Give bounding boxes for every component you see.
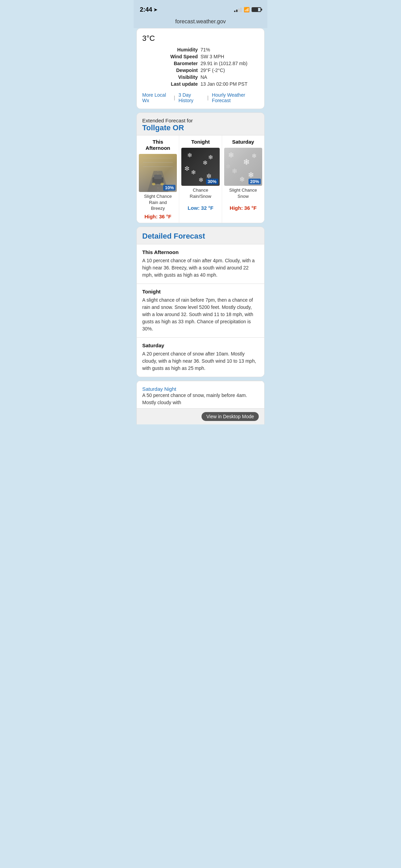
humidity-value: 71% [200, 46, 259, 53]
barometer-label: Barometer [142, 60, 200, 67]
saturday-period-desc: A 20 percent chance of snow after 10am. … [142, 350, 259, 372]
this-afternoon-period-desc: A 10 percent chance of rain after 4pm. C… [142, 257, 259, 279]
tonight-weather-image: ❄ ❄ ❄ ❄ ✼ ✼ ❄ 30% [181, 148, 219, 186]
barometer-value: 29.91 in (1012.87 mb) [200, 60, 259, 67]
view-desktop-mode-button[interactable]: View in Desktop Mode [202, 412, 259, 421]
visibility-label: Visibility [142, 74, 200, 81]
saturday-weather-image: ❄ ❄ ❄ ❄ ❄ ✼ ❄ 20% [224, 148, 262, 186]
saturday-period-label: Saturday [142, 342, 259, 348]
status-icons: 📶 [234, 7, 261, 12]
dewpoint-row: Dewpoint 29°F (-2°C) [142, 67, 259, 74]
signal-icon [234, 7, 242, 12]
saturday-night-desc: A 50 percent chance of snow, mainly befo… [142, 392, 259, 406]
forecast-afternoon: ThisAfternoon 1 [137, 135, 179, 223]
three-day-history-link[interactable]: 3 Day History [179, 92, 204, 103]
view-desktop-bar: View in Desktop Mode [137, 408, 264, 424]
this-afternoon-period-label: This Afternoon [142, 249, 259, 255]
last-update-label: Last update [142, 81, 200, 87]
detail-tonight: Tonight A slight chance of rain before 7… [137, 284, 264, 337]
detailed-forecast-card: Detailed Forecast This Afternoon A 10 pe… [136, 227, 265, 377]
last-update-row: Last update 13 Jan 02:00 PM PST [142, 81, 259, 87]
afternoon-condition: Slight ChanceRain andBreezy [139, 193, 177, 212]
tonight-period-desc: A slight chance of rain before 7pm, then… [142, 297, 259, 333]
forecast-saturday: Saturday ❄ ❄ ❄ ❄ ❄ ✼ ❄ 20% Slight Chance… [222, 135, 264, 223]
visibility-value: NA [200, 74, 259, 81]
detail-this-afternoon: This Afternoon A 10 percent chance of ra… [137, 244, 264, 284]
battery-icon [252, 7, 261, 12]
navigation-arrow-icon: ➤ [154, 7, 157, 12]
tonight-condition: ChanceRain/Snow [181, 187, 219, 203]
status-time: 2:44 ➤ [140, 6, 157, 13]
weather-details-table: Humidity 71% Wind Speed SW 3 MPH Baromet… [142, 46, 259, 87]
dewpoint-value: 29°F (-2°C) [200, 67, 259, 74]
tonight-period-label: Tonight [142, 289, 259, 294]
time-display: 2:44 [140, 6, 152, 13]
saturday-precip-badge: 20% [248, 179, 261, 184]
saturday-temp: High: 36 °F [224, 205, 262, 211]
tonight-label: Tonight [181, 139, 219, 145]
dewpoint-label: Dewpoint [142, 67, 200, 74]
afternoon-precip-badge: 10% [163, 185, 175, 191]
wifi-icon: 📶 [244, 7, 250, 12]
afternoon-label: ThisAfternoon [139, 139, 177, 151]
wind-speed-value: SW 3 MPH [200, 53, 259, 60]
status-bar: 2:44 ➤ 📶 [134, 0, 267, 17]
browser-url-bar[interactable]: forecast.weather.gov [134, 17, 267, 28]
separator-1: | [174, 95, 175, 100]
afternoon-weather-image: 10% [139, 154, 177, 192]
humidity-label: Humidity [142, 46, 200, 53]
extended-forecast-card: Extended Forecast for Tollgate OR ThisAf… [136, 112, 265, 223]
saturday-night-link[interactable]: Saturday Night [142, 386, 176, 392]
forecast-location: Tollgate OR [142, 123, 259, 132]
visibility-row: Visibility NA [142, 74, 259, 81]
tonight-temp: Low: 32 °F [181, 205, 219, 211]
saturday-label: Saturday [224, 139, 262, 145]
saturday-night-label: Saturday Night [142, 386, 259, 392]
svg-point-4 [152, 183, 155, 185]
forecast-tonight: Tonight ❄ ❄ ❄ ❄ ✼ ✼ ❄ 30% ChanceRain/Sno… [179, 135, 222, 223]
url-text: forecast.weather.gov [175, 19, 226, 24]
current-conditions-card: 3°C Humidity 71% Wind Speed SW 3 MPH Bar… [136, 28, 265, 109]
barometer-row: Barometer 29.91 in (1012.87 mb) [142, 60, 259, 67]
wind-speed-row: Wind Speed SW 3 MPH [142, 53, 259, 60]
tonight-precip-badge: 30% [206, 179, 218, 184]
humidity-row: Humidity 71% [142, 46, 259, 53]
hourly-forecast-link[interactable]: Hourly Weather Forecast [212, 92, 259, 103]
saturday-night-section: Saturday Night A 50 percent chance of sn… [137, 381, 264, 408]
quick-links-row: More Local Wx | 3 Day History | Hourly W… [142, 92, 259, 103]
current-temperature: 3°C [142, 34, 259, 43]
svg-rect-3 [154, 175, 162, 179]
saturday-condition: Slight ChanceSnow [224, 187, 262, 203]
extended-forecast-label: Extended Forecast for [142, 118, 259, 123]
wind-speed-label: Wind Speed [142, 53, 200, 60]
bottom-bar: Saturday Night A 50 percent chance of sn… [136, 381, 265, 424]
more-local-wx-link[interactable]: More Local Wx [142, 92, 170, 103]
afternoon-temp: High: 36 °F [139, 214, 177, 219]
last-update-value: 13 Jan 02:00 PM PST [200, 81, 259, 87]
forecast-header: Extended Forecast for Tollgate OR [137, 113, 264, 135]
detailed-forecast-header: Detailed Forecast [137, 227, 264, 244]
detail-saturday: Saturday A 20 percent chance of snow aft… [137, 337, 264, 377]
forecast-grid: ThisAfternoon 1 [137, 135, 264, 223]
separator-2: | [207, 95, 209, 100]
